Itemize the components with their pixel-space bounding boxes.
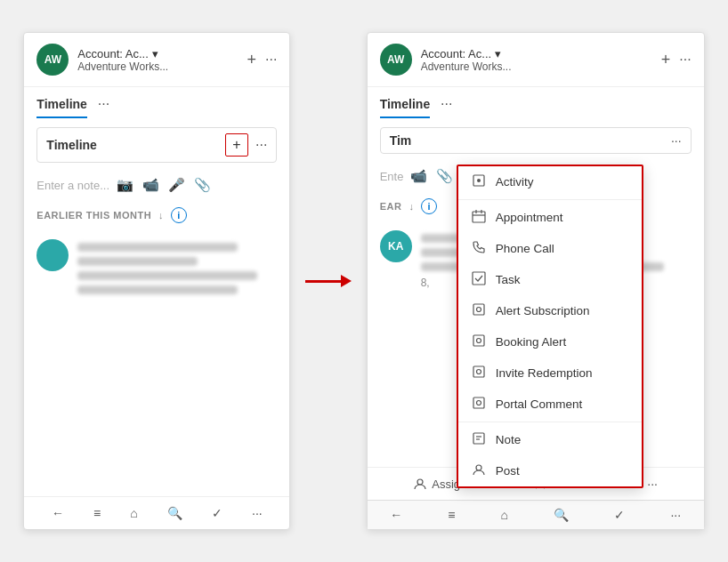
activity-icon — [471, 173, 487, 190]
attachment-icon[interactable]: 📎 — [194, 177, 211, 193]
menu-label-booking-alert: Booking Alert — [496, 335, 567, 349]
menu-item-portal-comment[interactable]: Portal Comment — [458, 389, 642, 420]
toolbar-more-right[interactable]: ··· — [671, 133, 682, 148]
note-icon — [471, 431, 487, 448]
menu-label-post: Post — [496, 464, 520, 478]
more-nav-icon-right[interactable]: ··· — [670, 508, 681, 522]
toolbar-more-left[interactable]: ··· — [255, 137, 267, 153]
menu-label-note: Note — [496, 433, 522, 446]
blurred-lines-left — [77, 239, 277, 480]
header-text-right: Account: Ac... ▾ Adventure Works... — [421, 47, 652, 73]
info-badge-left[interactable]: i — [171, 207, 187, 223]
booking-icon — [471, 333, 487, 350]
home-icon-right[interactable]: ⌂ — [501, 508, 508, 522]
header-actions-right: + ··· — [661, 51, 692, 69]
svg-rect-9 — [473, 335, 484, 346]
add-icon-left[interactable]: + — [247, 51, 256, 69]
header-subtitle-left: Adventure Works... — [77, 60, 238, 73]
menu-item-booking-alert[interactable]: Booking Alert — [458, 326, 642, 357]
svg-rect-7 — [473, 304, 484, 315]
note-placeholder-right[interactable]: Ente — [380, 170, 404, 183]
search-icon-right[interactable]: 🔍 — [554, 508, 569, 522]
timeline-toolbar-left: Timeline + ··· — [36, 127, 277, 163]
menu-icon-right[interactable]: ≡ — [448, 508, 455, 522]
more-icon-right[interactable]: ··· — [679, 52, 691, 68]
tab-more-right[interactable]: ··· — [441, 96, 452, 111]
svg-point-1 — [477, 179, 481, 182]
timeline-content-left: Timeline + ··· Enter a note... 📷 📹 🎤 📎 E… — [24, 118, 289, 496]
arrow-line — [305, 280, 341, 283]
video-icon-right[interactable]: 📹 — [410, 168, 427, 184]
back-icon-right[interactable]: ← — [390, 508, 402, 522]
tab-label-right[interactable]: Timeline — [380, 97, 431, 118]
blur-line-2 — [77, 257, 197, 266]
menu-label-task: Task — [496, 273, 521, 286]
task-icon-right[interactable]: ✓ — [614, 508, 625, 522]
svg-point-18 — [476, 465, 481, 470]
menu-label-appointment: Appointment — [496, 211, 563, 224]
more-icon-left[interactable]: ··· — [265, 52, 277, 68]
timeline-add-button-left[interactable]: + — [225, 133, 248, 157]
menu-divider-1 — [458, 199, 642, 200]
back-icon-left[interactable]: ← — [52, 506, 64, 520]
svg-point-19 — [417, 479, 423, 485]
svg-point-12 — [476, 370, 481, 374]
left-panel: AW Account: Ac... ▾ Adventure Works... +… — [23, 32, 290, 530]
note-placeholder-left[interactable]: Enter a note... — [36, 179, 109, 192]
invite-icon — [471, 365, 487, 381]
menu-item-phone-call[interactable]: Phone Call — [458, 233, 642, 264]
task-icon-left[interactable]: ✓ — [212, 506, 222, 520]
blur-line-3 — [77, 271, 257, 280]
svg-point-10 — [476, 339, 481, 343]
menu-item-activity[interactable]: Activity — [458, 166, 642, 197]
menu-item-note[interactable]: Note — [458, 424, 642, 455]
attachment-icon-right[interactable]: 📎 — [436, 168, 453, 184]
menu-label-activity: Activity — [496, 175, 534, 189]
timeline-tab-right: Timeline ··· — [368, 87, 704, 118]
menu-item-post[interactable]: Post — [458, 455, 642, 486]
svg-point-14 — [476, 401, 481, 405]
toolbar-title-left: Timeline — [46, 138, 97, 152]
note-input-left: Enter a note... 📷 📹 🎤 📎 — [36, 172, 277, 198]
panel-footer-left: ← ≡ ⌂ 🔍 ✓ ··· — [24, 496, 289, 529]
menu-label-portal-comment: Portal Comment — [496, 397, 583, 411]
add-icon-right[interactable]: + — [661, 51, 671, 69]
info-badge-right[interactable]: i — [421, 198, 437, 214]
arrow-container — [302, 275, 355, 287]
menu-label-phone-call: Phone Call — [496, 242, 554, 255]
tab-label-left[interactable]: Timeline — [36, 97, 87, 118]
blur-line-1 — [77, 243, 237, 252]
blur-line-4 — [77, 285, 237, 294]
home-icon-left[interactable]: ⌂ — [130, 506, 137, 520]
menu-item-appointment[interactable]: Appointment — [458, 202, 642, 233]
search-icon-left[interactable]: 🔍 — [167, 506, 182, 520]
menu-label-alert-subscription: Alert Subscription — [496, 304, 590, 317]
tab-more-left[interactable]: ··· — [98, 96, 109, 111]
header-title-left: Account: Ac... ▾ — [77, 47, 238, 60]
avatar-right: AW — [380, 44, 412, 76]
sort-icon-right[interactable]: ↓ — [408, 201, 414, 212]
svg-rect-2 — [473, 212, 485, 222]
menu-item-task[interactable]: Task — [458, 264, 642, 295]
more-nav-icon-left[interactable]: ··· — [252, 506, 263, 520]
mic-icon[interactable]: 🎤 — [168, 177, 185, 193]
header-title-right: Account: Ac... ▾ — [421, 47, 652, 60]
dropdown-menu: Activity Appointment Phone Call Task — [457, 165, 643, 488]
menu-label-invite-redemption: Invite Redemption — [496, 366, 593, 380]
right-header: AW Account: Ac... ▾ Adventure Works... +… — [368, 33, 704, 87]
scene: AW Account: Ac... ▾ Adventure Works... +… — [0, 0, 728, 562]
header-subtitle-right: Adventure Works... — [421, 60, 652, 73]
menu-item-invite-redemption[interactable]: Invite Redemption — [458, 357, 642, 389]
right-panel: AW Account: Ac... ▾ Adventure Works... +… — [367, 32, 705, 530]
menu-icon-left[interactable]: ≡ — [93, 506, 101, 520]
footer-more-right[interactable]: ··· — [647, 477, 658, 491]
timeline-tab-left: Timeline ··· — [24, 87, 289, 118]
arrow-head — [341, 275, 352, 287]
arrow — [305, 275, 352, 287]
video-icon[interactable]: 📹 — [142, 177, 159, 193]
bottom-bar-right: ← ≡ ⌂ 🔍 ✓ ··· — [368, 500, 704, 529]
svg-rect-6 — [473, 272, 485, 285]
sort-icon-left[interactable]: ↓ — [158, 210, 164, 221]
menu-item-alert-subscription[interactable]: Alert Subscription — [458, 295, 642, 326]
camera-icon[interactable]: 📷 — [117, 177, 133, 193]
